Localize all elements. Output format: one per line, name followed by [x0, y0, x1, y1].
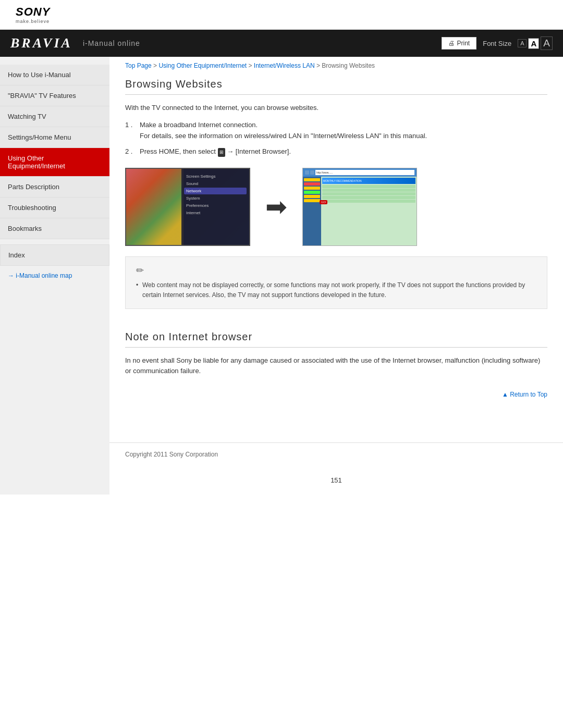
step-2-num: 2 .: [125, 146, 136, 157]
url-bar: http://www......: [315, 170, 414, 175]
bravia-right: 🖨 Print Font Size A A A: [442, 36, 553, 50]
sidebar-link-1: [304, 178, 320, 181]
breadcrumb-top-page[interactable]: Top Page: [125, 62, 152, 69]
sidebar-index[interactable]: Index: [0, 244, 109, 266]
breadcrumb-sep1: >: [153, 62, 158, 69]
sidebar-link-settings[interactable]: Settings/Home Menu: [0, 127, 109, 147]
tv-menu-item-6: Internet: [184, 209, 247, 216]
sidebar-item-troubleshooting[interactable]: Troubleshooting: [0, 198, 109, 218]
browser-banner: MONTHLY RECOMMENDATION: [322, 178, 415, 184]
step-1-sub: For details, see the information on wire…: [140, 131, 427, 142]
content-row-2: [322, 189, 415, 192]
browsing-websites-section: Browsing Websites With the TV connected …: [125, 72, 547, 309]
arrow-icon: ➡: [261, 192, 292, 222]
back-icon: [305, 170, 309, 175]
note-section-body: In no event shall Sony be liable for any…: [125, 355, 547, 377]
content-wrapper: Top Page > Using Other Equipment/Interne…: [109, 57, 563, 495]
breadcrumb-sep2: >: [249, 62, 254, 69]
tv-menu-panel: Screen Settings Sound Network System Pre…: [181, 169, 249, 245]
tv-menu-item-5: Preferences: [184, 202, 247, 209]
font-large-button[interactable]: A: [541, 36, 553, 50]
print-label: Print: [457, 40, 470, 47]
sidebar-item-how-to-use[interactable]: How to Use i-Manual: [0, 65, 109, 85]
breadcrumb-equipment[interactable]: Using Other Equipment/Internet: [158, 62, 247, 69]
note-item-1: Web content may not be displayed correct…: [136, 280, 536, 300]
sidebar-link-how-to-use[interactable]: How to Use i-Manual: [0, 65, 109, 85]
font-size-controls: A A A: [518, 36, 553, 50]
forward-icon: [310, 170, 314, 175]
print-icon: 🖨: [448, 40, 455, 47]
step-2: 2 . Press HOME, then select ⊞ → [Interne…: [125, 146, 547, 157]
browser-inner: http://www......: [303, 168, 417, 245]
note-section-text: In no event shall Sony be liable for any…: [125, 355, 547, 377]
imanual-map-link[interactable]: i-Manual online map: [8, 272, 72, 279]
sidebar-link-5: [304, 195, 320, 198]
step-2-text: Press HOME, then select ⊞ → [Internet Br…: [140, 147, 291, 155]
breadcrumb-wireless-lan[interactable]: Internet/Wireless LAN: [254, 62, 315, 69]
sony-tagline: make.believe: [16, 19, 50, 24]
sidebar-link-bookmarks[interactable]: Bookmarks: [0, 218, 109, 239]
browser-content-rows: [322, 185, 415, 203]
browser-nav-icons: [305, 170, 314, 175]
banner-text: MONTHLY RECOMMENDATION: [323, 179, 362, 182]
breadcrumb: Top Page > Using Other Equipment/Interne…: [109, 57, 563, 72]
intro-text: With the TV connected to the Internet, y…: [125, 103, 547, 114]
content-row-4: [322, 196, 415, 199]
sidebar-link-3: [304, 187, 320, 190]
footer: Copyright 2011 Sony Corporation: [109, 442, 563, 466]
tv-menu-item-1: Screen Settings: [184, 173, 247, 180]
page-title: Browsing Websites: [125, 72, 547, 95]
content-row-5: [322, 200, 415, 203]
print-button[interactable]: 🖨 Print: [442, 37, 477, 50]
sidebar-item-bookmarks[interactable]: Bookmarks: [0, 218, 109, 239]
home-symbol: ⊞: [218, 148, 225, 156]
copyright-text: Copyright 2011 Sony Corporation: [125, 451, 547, 458]
index-link[interactable]: Index: [0, 244, 109, 266]
content-row-3: [322, 192, 415, 195]
sony-brand: SONY: [16, 5, 50, 19]
tv-menu-item-3: Network: [184, 188, 247, 194]
step-2-content: Press HOME, then select ⊞ → [Internet Br…: [140, 146, 291, 157]
sidebar-link-parts-desc[interactable]: Parts Description: [0, 177, 109, 197]
bravia-bar: BRAVIA i-Manual online 🖨 Print Font Size…: [0, 30, 563, 57]
sidebar-link-using-other[interactable]: Using Other Equipment/Internet: [0, 148, 109, 176]
browser-content: MONTHLY RECOMMENDATION: [303, 177, 417, 245]
breadcrumb-sep3: >: [316, 62, 322, 69]
breadcrumb-current: Browsing Websites: [322, 62, 375, 69]
content-area: Browsing Websites With the TV connected …: [109, 72, 563, 432]
sidebar-item-parts-desc[interactable]: Parts Description: [0, 177, 109, 198]
tv-menu-item-4: System: [184, 195, 247, 202]
font-medium-button[interactable]: A: [528, 38, 539, 49]
bravia-logo: BRAVIA: [10, 35, 72, 51]
sidebar-item-watching-tv[interactable]: Watching TV: [0, 106, 109, 127]
browser-main-content: MONTHLY RECOMMENDATION: [321, 177, 417, 245]
sidebar-item-settings[interactable]: Settings/Home Menu: [0, 127, 109, 148]
sidebar-nav: How to Use i-Manual "BRAVIA" TV Features…: [0, 65, 109, 239]
top-bar: SONY make.believe: [0, 0, 563, 30]
sidebar: How to Use i-Manual "BRAVIA" TV Features…: [0, 57, 109, 495]
note-on-browser-section: Note on Internet browser In no event sha…: [125, 325, 547, 406]
sony-logo: SONY make.believe: [16, 5, 50, 24]
sidebar-link-bravia-features[interactable]: "BRAVIA" TV Features: [0, 85, 109, 106]
bravia-subtitle: i-Manual online: [83, 39, 140, 47]
sidebar-link-4: [304, 191, 320, 194]
sidebar-item-bravia-features[interactable]: "BRAVIA" TV Features: [0, 85, 109, 106]
sidebar-link-troubleshooting[interactable]: Troubleshooting: [0, 198, 109, 218]
font-size-label: Font Size: [483, 40, 511, 47]
page-number: 151: [109, 466, 563, 495]
browser-screenshot: http://www......: [302, 168, 417, 246]
main-layout: How to Use i-Manual "BRAVIA" TV Features…: [0, 57, 563, 495]
tv-menu-item-2: Sound: [184, 180, 247, 187]
bravia-left: BRAVIA i-Manual online: [10, 35, 140, 51]
url-text: http://www......: [316, 171, 333, 174]
content-row-1: [322, 185, 415, 188]
images-row: Screen Settings Sound Network System Pre…: [125, 168, 547, 246]
sidebar-link-watching-tv[interactable]: Watching TV: [0, 106, 109, 127]
return-to-top-link[interactable]: Return to Top: [502, 391, 547, 398]
return-to-top[interactable]: Return to Top: [125, 383, 547, 406]
browser-header: http://www......: [303, 168, 417, 177]
font-small-button[interactable]: A: [518, 39, 527, 47]
sidebar-item-using-other[interactable]: Using Other Equipment/Internet: [0, 148, 109, 177]
note-icon: ✏: [136, 265, 536, 276]
sidebar-map-link[interactable]: i-Manual online map: [0, 266, 109, 286]
